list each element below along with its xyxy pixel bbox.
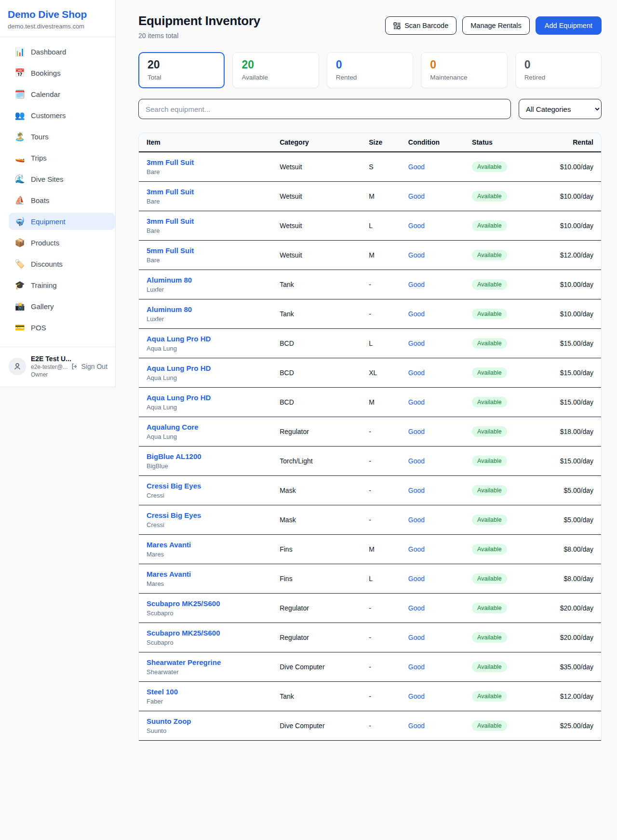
sidebar-item-label: Discounts [31, 260, 63, 268]
scan-barcode-button[interactable]: Scan Barcode [385, 16, 456, 35]
condition-link[interactable]: Good [408, 575, 425, 583]
stat-label: Retired [524, 74, 592, 81]
sidebar-item-boats[interactable]: ⛵Boats [9, 191, 115, 209]
stat-value: 0 [524, 59, 592, 71]
condition-link[interactable]: Good [408, 487, 425, 494]
condition-link[interactable]: Good [408, 369, 425, 377]
sidebar-item-bookings[interactable]: 📅Bookings [9, 64, 115, 81]
condition-link[interactable]: Good [408, 604, 425, 612]
item-name-link[interactable]: 3mm Full Suit [147, 217, 264, 225]
sidebar-item-label: Dashboard [31, 48, 66, 56]
condition-link[interactable]: Good [408, 545, 425, 553]
item-name-link[interactable]: Aqua Lung Pro HD [147, 335, 264, 343]
sidebar-item-customers[interactable]: 👥Customers [9, 107, 115, 124]
item-brand: Scubapro [147, 639, 264, 646]
condition-link[interactable]: Good [408, 516, 425, 524]
condition-link[interactable]: Good [408, 722, 425, 730]
item-brand: Bare [147, 168, 264, 176]
sidebar-item-tours[interactable]: 🏝️Tours [9, 128, 115, 145]
table-row: Aqua Lung Pro HDAqua LungBCDMGoodAvailab… [139, 388, 601, 417]
stat-card-retired[interactable]: 0Retired [515, 52, 602, 88]
item-name-link[interactable]: Scubapro MK25/S600 [147, 629, 264, 637]
condition-link[interactable]: Good [408, 251, 425, 259]
item-name-link[interactable]: Scubapro MK25/S600 [147, 599, 264, 608]
column-header-condition: Condition [401, 133, 464, 152]
item-name-link[interactable]: Cressi Big Eyes [147, 511, 264, 519]
brand-title[interactable]: Demo Dive Shop [0, 7, 115, 20]
status-badge: Available [472, 191, 507, 202]
stat-label: Maintenance [430, 74, 498, 81]
condition-link[interactable]: Good [408, 634, 425, 641]
stat-card-maintenance[interactable]: 0Maintenance [421, 52, 507, 88]
stat-card-total[interactable]: 20Total [138, 52, 225, 88]
item-name-link[interactable]: Aqualung Core [147, 423, 264, 431]
item-category: Mask [272, 476, 361, 505]
item-name-link[interactable]: Mares Avanti [147, 541, 264, 549]
sidebar-item-training[interactable]: 🎓Training [9, 276, 115, 294]
search-input[interactable] [138, 99, 511, 119]
condition-link[interactable]: Good [408, 339, 425, 347]
status-badge: Available [472, 397, 507, 407]
item-brand: Faber [147, 698, 264, 705]
item-brand: Shearwater [147, 668, 264, 676]
add-equipment-button[interactable]: Add Equipment [536, 16, 602, 35]
item-name-link[interactable]: 3mm Full Suit [147, 158, 264, 166]
sign-out-icon [71, 363, 79, 370]
item-name-link[interactable]: Aluminum 80 [147, 305, 264, 313]
table-row: Mares AvantiMaresFinsMGoodAvailable$8.00… [139, 535, 601, 564]
stat-label: Total [148, 74, 215, 81]
sign-out-button[interactable]: Sign Out [69, 363, 109, 370]
condition-link[interactable]: Good [408, 192, 425, 200]
item-size: M [361, 388, 401, 417]
condition-link[interactable]: Good [408, 457, 425, 465]
condition-link[interactable]: Good [408, 310, 425, 318]
status-badge: Available [472, 632, 507, 643]
item-category: Tank [272, 682, 361, 711]
sidebar-item-gallery[interactable]: 📸Gallery [9, 298, 115, 315]
sidebar-item-label: Trips [31, 154, 47, 162]
item-brand: Suunto [147, 727, 264, 734]
rental-price: $10.00/day [525, 299, 601, 329]
manage-rentals-button[interactable]: Manage Rentals [462, 16, 530, 35]
stat-card-rented[interactable]: 0Rented [327, 52, 413, 88]
item-name-link[interactable]: Shearwater Peregrine [147, 658, 264, 666]
item-name-link[interactable]: Mares Avanti [147, 570, 264, 578]
item-size: L [361, 211, 401, 241]
sidebar-item-pos[interactable]: 💳POS [9, 319, 115, 336]
sign-out-label: Sign Out [81, 363, 107, 370]
item-name-link[interactable]: 5mm Full Suit [147, 246, 264, 255]
condition-link[interactable]: Good [408, 692, 425, 700]
item-brand: Scubapro [147, 610, 264, 617]
sidebar-item-equipment[interactable]: 🤿Equipment [9, 213, 115, 230]
stat-card-available[interactable]: 20Available [232, 52, 319, 88]
item-name-link[interactable]: 3mm Full Suit [147, 188, 264, 196]
sidebar-item-trips[interactable]: 🚤Trips [9, 149, 115, 166]
table-row: 3mm Full SuitBareWetsuitSGoodAvailable$1… [139, 152, 601, 182]
item-name-link[interactable]: BigBlue AL1200 [147, 452, 264, 461]
sidebar-item-products[interactable]: 📦Products [9, 234, 115, 251]
condition-link[interactable]: Good [408, 398, 425, 406]
rental-price: $15.00/day [525, 447, 601, 476]
sidebar-item-discounts[interactable]: 🏷️Discounts [9, 255, 115, 272]
item-size: M [361, 241, 401, 270]
sidebar-item-dashboard[interactable]: 📊Dashboard [9, 43, 115, 60]
condition-link[interactable]: Good [408, 281, 425, 288]
condition-link[interactable]: Good [408, 222, 425, 230]
item-name-link[interactable]: Aqua Lung Pro HD [147, 364, 264, 372]
category-filter-select[interactable]: All Categories [519, 99, 602, 119]
item-name-link[interactable]: Aqua Lung Pro HD [147, 393, 264, 402]
table-row: Cressi Big EyesCressiMask-GoodAvailable$… [139, 476, 601, 505]
condition-link[interactable]: Good [408, 428, 425, 435]
condition-link[interactable]: Good [408, 663, 425, 671]
item-name-link[interactable]: Cressi Big Eyes [147, 482, 264, 490]
sidebar-item-dive-sites[interactable]: 🌊Dive Sites [9, 170, 115, 188]
status-badge: Available [472, 309, 507, 319]
credit-card-icon: 💳 [14, 323, 25, 333]
item-name-link[interactable]: Suunto Zoop [147, 717, 264, 725]
status-badge: Available [472, 162, 507, 172]
condition-link[interactable]: Good [408, 163, 425, 171]
item-name-link[interactable]: Steel 100 [147, 688, 264, 696]
avatar [9, 358, 26, 375]
sidebar-item-calendar[interactable]: 🗓️Calendar [9, 85, 115, 103]
item-name-link[interactable]: Aluminum 80 [147, 276, 264, 284]
